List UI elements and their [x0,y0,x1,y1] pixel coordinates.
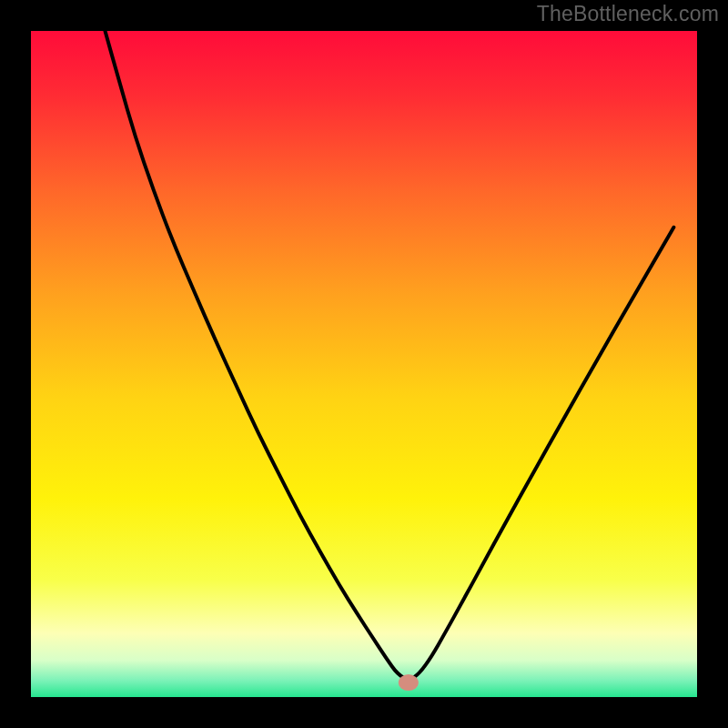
chart-svg [0,0,728,728]
attribution-text: TheBottleneck.com [537,2,719,26]
plot-background [27,27,701,701]
chart-container [0,0,728,728]
minimum-marker [399,674,419,691]
